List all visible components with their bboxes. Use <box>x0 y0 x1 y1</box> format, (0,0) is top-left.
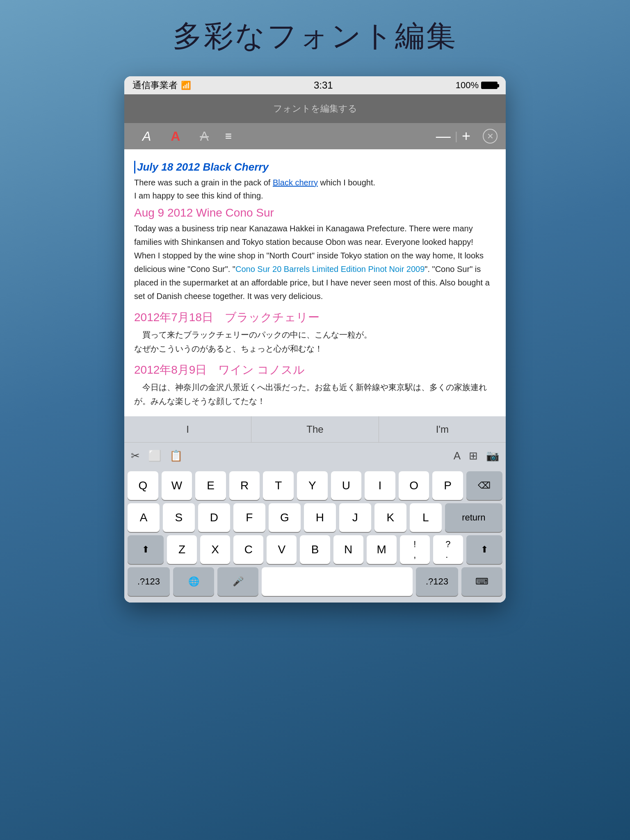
entry3-title: 2012年7月18日 ブラックチェリー <box>134 310 496 325</box>
key-I[interactable]: I <box>365 471 395 500</box>
entry3-body: 買って来たブラックチェリーのパックの中に、こんな一粒が。 なぜかこういうのがある… <box>134 328 496 356</box>
italic-button[interactable]: A <box>132 123 161 149</box>
globe-key[interactable]: 🌐 <box>173 567 214 596</box>
entry4-title: 2012年8月9日 ワイン コノスル <box>134 362 496 378</box>
entry1-body2: which I bought. <box>318 178 375 187</box>
status-right: 100% <box>456 80 498 91</box>
key-U[interactable]: U <box>331 471 362 500</box>
key-D[interactable]: D <box>198 503 230 532</box>
key-row-3: ⬆ Z X C V B N M !, ?. ⬆ <box>128 535 502 564</box>
key-R[interactable]: R <box>229 471 260 500</box>
device-frame: 通信事業者 📶 3:31 100% フォントを編集する A A A ≡ — | … <box>124 76 506 603</box>
entry2-title: Aug 9 2012 Wine Cono Sur <box>134 206 496 219</box>
keyboard-rows: Q W E R T Y U I O P ⌫ A S D F G H J <box>124 469 506 603</box>
shift-left-key[interactable]: ⬆ <box>128 535 164 564</box>
keyboard-toolbar: ✂ ⬜ 📋 A ⊞ 📷 <box>124 443 506 469</box>
suggestions-bar: I The I'm <box>124 416 506 443</box>
font-decrease-button[interactable]: — <box>436 128 451 145</box>
entry2-body: Today was a business trip near Kanazawa … <box>134 222 496 303</box>
battery-icon <box>481 82 498 89</box>
key-J[interactable]: J <box>339 503 371 532</box>
entry1-link[interactable]: Black cherry <box>273 178 318 187</box>
key-W[interactable]: W <box>162 471 192 500</box>
status-bar: 通信事業者 📶 3:31 100% <box>124 76 506 94</box>
key-O[interactable]: O <box>399 471 429 500</box>
font-tool-button[interactable]: A <box>454 450 461 462</box>
key-P[interactable]: P <box>432 471 463 500</box>
toolbar: フォントを編集する <box>124 94 506 123</box>
table-tool-button[interactable]: ⊞ <box>469 450 478 462</box>
keyboard-hide-key[interactable]: ⌨ <box>461 567 502 596</box>
clock: 3:31 <box>314 80 333 91</box>
select-button[interactable]: ⬜ <box>148 450 161 462</box>
wifi-icon: 📶 <box>181 80 191 90</box>
entry4-body: 今日は、神奈川の金沢八景近くへ出張だった。お盆も近く新幹線や東京駅は、多くの家族… <box>134 380 496 408</box>
align-button[interactable]: ≡ <box>219 130 238 143</box>
entry1-body1: There was such a grain in the pack of <box>134 178 273 187</box>
num-key-right[interactable]: .?123 <box>416 567 458 596</box>
entry2-body1: Today was a business trip near Kanazawa … <box>134 224 473 247</box>
key-V[interactable]: V <box>267 535 297 564</box>
key-C[interactable]: C <box>233 535 263 564</box>
mic-key[interactable]: 🎤 <box>217 567 258 596</box>
key-H[interactable]: H <box>304 503 336 532</box>
key-S[interactable]: S <box>163 503 195 532</box>
delete-key[interactable]: ⌫ <box>466 471 502 500</box>
key-K[interactable]: K <box>374 503 406 532</box>
strikethrough-button[interactable]: A <box>190 123 218 149</box>
key-punct2[interactable]: ?. <box>433 535 463 564</box>
entry3-body1: 買って来たブラックチェリーのパックの中に、こんな一粒が。 <box>134 330 372 339</box>
entry1-title: July 18 2012 Black Cherry <box>134 161 496 173</box>
key-F[interactable]: F <box>233 503 265 532</box>
entry1-body: There was such a grain in the pack of Bl… <box>134 176 496 202</box>
entry3-body2: なぜかこういうのがあると、ちょっと心が和むな！ <box>134 344 323 353</box>
key-L[interactable]: L <box>410 503 442 532</box>
font-size-controls: — | + ✕ <box>436 128 498 145</box>
suggestion-Im[interactable]: I'm <box>379 416 506 443</box>
font-increase-button[interactable]: + <box>462 128 470 145</box>
suggestion-The[interactable]: The <box>251 416 379 443</box>
font-bar: A A A ≡ — | + ✕ <box>124 123 506 149</box>
key-T[interactable]: T <box>263 471 294 500</box>
key-Q[interactable]: Q <box>128 471 158 500</box>
key-A[interactable]: A <box>128 503 160 532</box>
shift-right-key[interactable]: ⬆ <box>466 535 502 564</box>
paste-button[interactable]: 📋 <box>169 450 183 462</box>
key-punct1[interactable]: !, <box>400 535 430 564</box>
suggestion-I[interactable]: I <box>124 416 251 443</box>
entry1-body3: I am happy to see this kind of thing. <box>134 191 263 200</box>
key-N[interactable]: N <box>333 535 363 564</box>
key-Y[interactable]: Y <box>297 471 328 500</box>
key-row-1: Q W E R T Y U I O P ⌫ <box>128 471 502 500</box>
cut-button[interactable]: ✂ <box>131 450 140 462</box>
entry2-link[interactable]: Cono Sur 20 Barrels Limited Edition Pino… <box>235 265 425 274</box>
key-E[interactable]: E <box>195 471 226 500</box>
status-left: 通信事業者 📶 <box>132 79 191 91</box>
carrier-label: 通信事業者 <box>132 79 178 91</box>
bold-button[interactable]: A <box>161 123 190 149</box>
battery-label: 100% <box>456 80 479 91</box>
content-area: July 18 2012 Black Cherry There was such… <box>124 149 506 416</box>
key-G[interactable]: G <box>269 503 301 532</box>
key-B[interactable]: B <box>300 535 330 564</box>
key-X[interactable]: X <box>200 535 230 564</box>
return-key[interactable]: return <box>445 503 502 532</box>
key-Z[interactable]: Z <box>167 535 197 564</box>
kb-tool-right: A ⊞ 📷 <box>454 450 499 462</box>
close-button[interactable]: ✕ <box>483 129 498 144</box>
key-M[interactable]: M <box>367 535 397 564</box>
page-title: 多彩なフォント編集 <box>173 16 457 56</box>
camera-tool-button[interactable]: 📷 <box>486 450 499 462</box>
key-row-4: .?123 🌐 🎤 .?123 ⌨ <box>128 567 502 596</box>
toolbar-label: フォントを編集する <box>273 103 357 115</box>
size-divider: | <box>455 130 458 143</box>
space-key[interactable] <box>262 567 413 596</box>
num-key-left[interactable]: .?123 <box>128 567 170 596</box>
keyboard-area: I The I'm ✂ ⬜ 📋 A ⊞ 📷 Q W E R T Y <box>124 416 506 603</box>
key-row-2: A S D F G H J K L return <box>128 503 502 532</box>
